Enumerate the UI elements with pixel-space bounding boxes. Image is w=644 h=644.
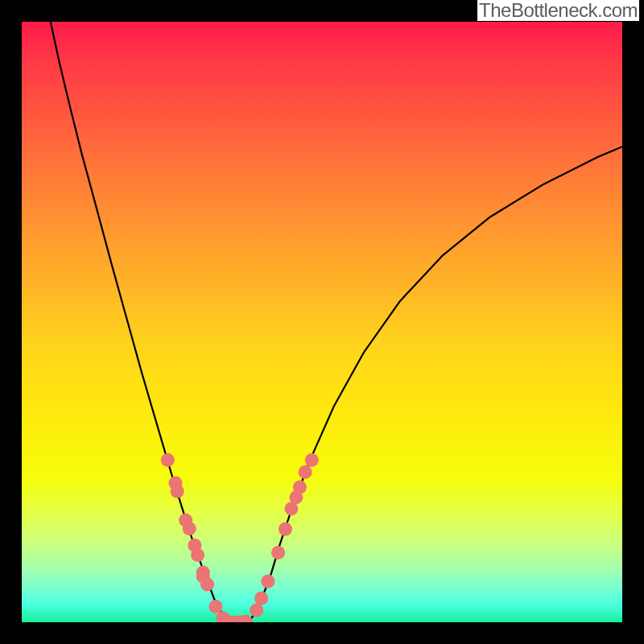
marker-dot: [299, 465, 312, 479]
marker-dot: [305, 453, 319, 467]
chart-stage: TheBottleneck.com: [0, 0, 644, 644]
marker-dot: [183, 522, 196, 535]
chart-svg: [22, 22, 622, 622]
marker-dot: [171, 485, 184, 498]
marker-dots-group: [161, 453, 319, 622]
marker-dot: [293, 481, 307, 494]
marker-dot: [254, 592, 268, 605]
marker-dot: [279, 522, 292, 536]
marker-dot: [250, 604, 263, 617]
attribution-text: TheBottleneck.com: [477, 0, 639, 21]
bottleneck-curve: [51, 22, 622, 622]
marker-dot: [200, 578, 214, 592]
marker-dot: [271, 546, 285, 559]
marker-dot: [208, 600, 222, 613]
plot-area: [22, 22, 622, 622]
marker-dot: [161, 453, 175, 467]
marker-dot: [261, 575, 275, 588]
marker-dot: [191, 548, 204, 562]
